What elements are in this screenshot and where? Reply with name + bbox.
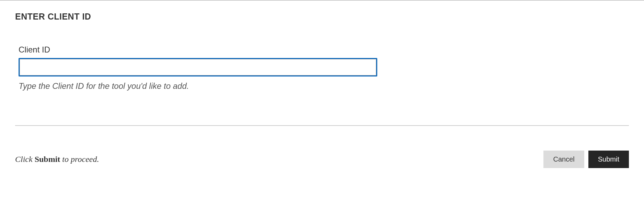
client-id-form-group: Client ID Type the Client ID for the too… [19,45,629,91]
top-divider [0,0,644,1]
client-id-help-text: Type the Client ID for the tool you'd li… [19,81,629,91]
footer-row: Click Submit to proceed. Cancel Submit [15,151,629,182]
button-group: Cancel Submit [543,151,629,168]
client-id-input[interactable] [20,59,376,75]
bottom-divider [15,125,629,126]
client-id-label: Client ID [19,45,629,55]
section-heading: ENTER CLIENT ID [15,12,629,22]
cancel-button[interactable]: Cancel [543,151,584,168]
footer-instruction-suffix: to proceed. [60,155,99,164]
footer-instruction-prefix: Click [15,155,35,164]
footer-instruction: Click Submit to proceed. [15,155,99,164]
client-id-input-focus-ring [19,58,377,76]
form-container: ENTER CLIENT ID Client ID Type the Clien… [0,12,644,182]
submit-button[interactable]: Submit [588,151,629,168]
footer-instruction-bold: Submit [35,155,60,164]
